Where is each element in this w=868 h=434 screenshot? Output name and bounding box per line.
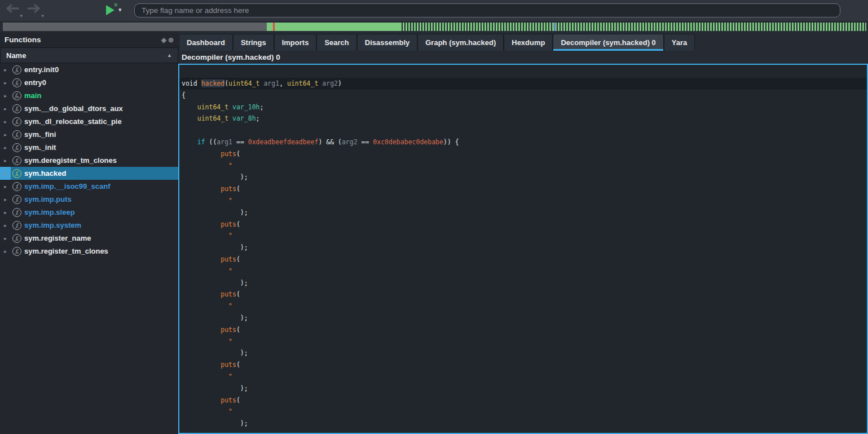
expand-chevron-icon[interactable]: ▸	[0, 67, 11, 73]
search-input[interactable]	[134, 3, 840, 17]
code-line: void hacked(uint64_t arg1, uint64_t arg2…	[179, 78, 867, 90]
debug-start-button[interactable]: D	[106, 5, 116, 15]
expand-chevron-icon[interactable]: ▸	[0, 197, 11, 202]
expand-chevron-icon[interactable]: ▸	[0, 106, 11, 112]
function-label: sym.register_name	[24, 234, 91, 242]
function-icon: ƒi	[12, 182, 21, 191]
tab-yara[interactable]: Yara	[664, 34, 695, 51]
code-token: uint64_t	[228, 79, 263, 87]
function-icon: ƒi	[12, 221, 21, 230]
code-token: ==	[232, 138, 248, 146]
expand-chevron-icon[interactable]: ▸	[0, 132, 11, 138]
code-token: puts	[221, 220, 236, 228]
code-token: puts	[221, 290, 236, 298]
code-token	[182, 326, 221, 334]
code-token: "	[228, 197, 232, 205]
tab-graph-sym-hacked[interactable]: Graph (sym.hacked)	[417, 34, 504, 51]
function-label: sym.imp.puts	[24, 195, 72, 203]
code-token: puts	[221, 396, 236, 404]
code-token: void	[182, 79, 201, 87]
functions-panel-title: Functions	[5, 36, 41, 44]
decompiler-panel-title: Decompiler (sym.hacked) 0	[178, 51, 868, 64]
functions-panel-header: Functions ◈ ⊗	[0, 32, 178, 47]
function-row-sym-imp-isoc99-scanf[interactable]: ▸ ƒi sym.imp.__isoc99_scanf	[0, 180, 178, 193]
function-icon: ƒx	[12, 130, 21, 139]
code-token	[182, 220, 221, 228]
tab-search[interactable]: Search	[316, 34, 356, 51]
forward-button[interactable]: ▾	[26, 3, 43, 17]
function-row-entry-init0[interactable]: ▸ ƒx entry.init0	[0, 63, 178, 76]
tab-decompiler-sym-hacked-0[interactable]: Decompiler (sym.hacked) 0	[553, 34, 663, 51]
float-panel-icon[interactable]: ◈	[161, 37, 166, 43]
function-icon: ƒm	[12, 91, 21, 100]
function-row-sym-deregister-tm-clones[interactable]: ▸ ƒx sym.deregister_tm_clones	[0, 154, 178, 167]
expand-chevron-icon[interactable]: ▸	[0, 171, 11, 176]
expand-chevron-icon[interactable]: ▸	[0, 249, 11, 254]
code-token: puts	[221, 255, 236, 263]
code-token: puts	[221, 361, 236, 369]
code-token: );	[182, 314, 248, 322]
code-line: puts(	[179, 359, 867, 371]
function-label: sym.imp.system	[24, 221, 81, 229]
function-icon: ƒx	[12, 78, 21, 87]
close-panel-icon[interactable]: ⊗	[168, 37, 174, 43]
code-token: arg1	[263, 79, 279, 87]
function-icon: ƒi	[12, 208, 21, 217]
code-token	[182, 114, 197, 122]
sort-ascending-icon: ▲	[167, 52, 172, 58]
tab-label: Disassembly	[365, 38, 410, 47]
function-row-sym-imp-system[interactable]: ▸ ƒi sym.imp.system	[0, 219, 178, 232]
expand-chevron-icon[interactable]: ▸	[0, 184, 11, 189]
code-line	[179, 125, 867, 136]
code-token	[182, 138, 197, 146]
expand-chevron-icon[interactable]: ▸	[0, 223, 11, 228]
code-token: (	[236, 361, 240, 369]
tab-hexdump[interactable]: Hexdump	[504, 34, 553, 51]
function-row-sym-do-global-dtors-aux[interactable]: ▸ ƒx sym.__do_global_dtors_aux	[0, 102, 178, 115]
back-button[interactable]: ▾	[5, 3, 21, 17]
function-row-sym-register-tm-clones[interactable]: ▸ ƒx sym.register_tm_clones	[0, 245, 178, 258]
function-label: sym.register_tm_clones	[24, 247, 108, 255]
name-column-header[interactable]: Name ▲	[0, 47, 178, 63]
function-row-sym-register-name[interactable]: ▸ ƒx sym.register_name	[0, 232, 178, 245]
function-row-sym-fini[interactable]: ▸ ƒx sym._fini	[0, 128, 178, 141]
function-row-entry0[interactable]: ▸ ƒx entry0	[0, 76, 178, 89]
code-token: );	[182, 384, 248, 392]
minimap-striped-segment	[400, 23, 866, 31]
code-token: puts	[221, 185, 236, 193]
code-line: );	[179, 383, 867, 395]
function-row-sym-init[interactable]: ▸ ƒx sym._init	[0, 141, 178, 154]
function-row-sym-imp-puts[interactable]: ▸ ƒi sym.imp.puts	[0, 193, 178, 206]
debug-dropdown-caret-icon[interactable]: ▾	[118, 6, 122, 14]
forward-dropdown-caret-icon[interactable]: ▾	[41, 14, 44, 19]
expand-chevron-icon[interactable]: ▸	[0, 158, 11, 163]
code-line: puts(	[179, 289, 867, 300]
function-row-sym-imp-sleep[interactable]: ▸ ƒi sym.imp.sleep	[0, 206, 178, 219]
function-name-token[interactable]: hacked	[201, 79, 225, 87]
expand-chevron-icon[interactable]: ▸	[0, 119, 11, 125]
function-label: sym._init	[24, 143, 56, 152]
code-line: puts(	[179, 148, 867, 160]
back-dropdown-caret-icon[interactable]: ▾	[20, 14, 23, 19]
code-token: var_10h	[232, 103, 259, 111]
code-token: ((	[205, 138, 217, 146]
function-icon: ƒx	[12, 156, 21, 165]
expand-chevron-icon[interactable]: ▸	[0, 210, 11, 215]
expand-chevron-icon[interactable]: ▸	[0, 80, 11, 86]
code-line: uint64_t var_10h;	[179, 101, 867, 113]
expand-chevron-icon[interactable]: ▸	[0, 236, 11, 241]
function-row-sym-dl-relocate-static-pie[interactable]: ▸ ƒx sym._dl_relocate_static_pie	[0, 115, 178, 128]
tab-strings[interactable]: Strings	[233, 34, 274, 51]
expand-chevron-icon[interactable]: ▸	[0, 145, 11, 150]
expand-chevron-icon[interactable]: ▸	[0, 93, 11, 99]
code-token: "	[228, 232, 232, 240]
function-row-main[interactable]: ▸ ƒm main	[0, 89, 178, 102]
tab-dashboard[interactable]: Dashboard	[179, 34, 233, 51]
memory-minimap[interactable]	[3, 23, 866, 31]
tab-disassembly[interactable]: Disassembly	[357, 34, 418, 51]
function-row-sym-hacked[interactable]: ▸ ƒx sym.hacked	[0, 167, 178, 180]
code-token: {	[182, 91, 186, 99]
tab-imports[interactable]: Imports	[274, 34, 317, 51]
function-label: sym.imp.__isoc99_scanf	[24, 182, 110, 191]
decompiler-panel[interactable]: void hacked(uint64_t arg1, uint64_t arg2…	[178, 64, 868, 434]
